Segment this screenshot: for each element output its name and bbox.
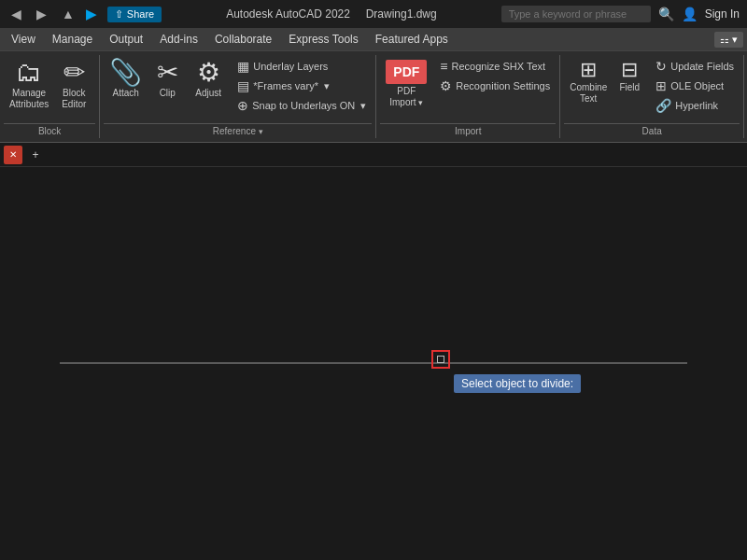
close-tab-button[interactable]: ✕ <box>4 146 22 164</box>
menu-collaborate[interactable]: Collaborate <box>207 30 279 49</box>
update-fields-icon: ↻ <box>655 59 667 74</box>
ribbon: View Manage Output Add-ins Collaborate E… <box>0 28 747 143</box>
ole-object-button[interactable]: ⊞ OLE Object <box>652 77 738 95</box>
frames-vary-button[interactable]: ▤ *Frames vary* ▾ <box>233 77 370 95</box>
underlay-layers-icon: ▦ <box>237 59 249 74</box>
app-title: Autodesk AutoCAD 2022 Drawing1.dwg <box>169 7 493 21</box>
adjust-button[interactable]: ⚙ Adjust <box>189 57 228 102</box>
canvas-area[interactable]: Select object to divide: <box>0 167 747 540</box>
share-icon: ⇧ <box>115 8 123 21</box>
ribbon-group-block: 🗂 ManageAttributes ✏ BlockEditor Block <box>0 55 100 138</box>
nav-up-btn[interactable]: ▲ <box>58 5 78 23</box>
divide-cursor-box <box>431 350 450 369</box>
frames-icon: ▤ <box>237 78 249 93</box>
manage-attributes-icon: 🗂 <box>16 60 42 86</box>
underlay-layers-button[interactable]: ▦ Underlay Layers <box>233 57 370 76</box>
recognition-settings-button[interactable]: ⚙ Recognition Settings <box>436 77 554 95</box>
search-icon[interactable]: 🔍 <box>658 7 674 21</box>
hyperlink-icon: 🔗 <box>655 98 671 113</box>
recognize-icon: ≡ <box>440 59 447 74</box>
reference-group-label: Reference ▾ <box>104 123 372 138</box>
attach-icon: 📎 <box>109 60 142 86</box>
block-editor-icon: ✏ <box>63 60 85 86</box>
snap-to-underlays-button[interactable]: ⊕ Snap to Underlays ON ▾ <box>233 96 370 115</box>
clip-button[interactable]: ✂ Clip <box>148 57 187 102</box>
construction-line <box>60 363 687 364</box>
ribbon-content: 🗂 ManageAttributes ✏ BlockEditor Block 📎… <box>0 50 747 142</box>
tooltip-box: Select object to divide: <box>454 374 581 393</box>
update-fields-button[interactable]: ↻ Update Fields <box>652 57 738 76</box>
pdf-import-button[interactable]: PDF PDFImport ▾ <box>382 57 430 111</box>
menu-addins[interactable]: Add-ins <box>152 30 205 49</box>
nav-back-btn[interactable]: ◀ <box>7 5 25 23</box>
snap-icon: ⊕ <box>237 98 248 113</box>
menu-manage[interactable]: Manage <box>45 30 100 49</box>
combine-text-button[interactable]: ⊞ CombineText <box>566 57 611 107</box>
ribbon-group-reference: 📎 Attach ✂ Clip ⚙ Adjust ▦ <box>100 55 376 138</box>
recognition-settings-icon: ⚙ <box>440 78 452 93</box>
cursor-indicator <box>431 350 450 369</box>
ribbon-group-import: PDF PDFImport ▾ ≡ Recognize SHX Text ⚙ R… <box>376 55 560 138</box>
account-icon[interactable]: 👤 <box>682 7 698 21</box>
field-icon: ⊟ <box>621 60 638 80</box>
import-group-label: Import <box>380 123 556 138</box>
menu-express-tools[interactable]: Express Tools <box>281 30 365 49</box>
app-logo: ▶ <box>86 7 96 21</box>
pdf-icon: PDF <box>386 60 427 84</box>
recognize-shx-button[interactable]: ≡ Recognize SHX Text <box>436 57 554 76</box>
search-input[interactable] <box>501 6 651 22</box>
menu-output[interactable]: Output <box>102 30 150 49</box>
combine-text-icon: ⊞ <box>580 60 597 80</box>
adjust-icon: ⚙ <box>197 60 220 86</box>
tab-toolbar: ✕ + <box>0 143 747 167</box>
clip-icon: ✂ <box>157 60 178 86</box>
cursor-inner-box <box>437 356 444 363</box>
sign-in-label[interactable]: Sign In <box>705 7 740 21</box>
block-editor-button[interactable]: ✏ BlockEditor <box>54 57 93 113</box>
ribbon-group-data: ⊞ CombineText ⊟ Field ↻ Update Fields ⊞ … <box>560 55 744 138</box>
add-tab-button[interactable]: + <box>26 146 45 164</box>
menu-featured-apps[interactable]: Featured Apps <box>368 30 456 49</box>
title-bar: ◀ ▶ ▲ ▶ ⇧ Share Autodesk AutoCAD 2022 Dr… <box>0 0 747 28</box>
hyperlink-button[interactable]: 🔗 Hyperlink <box>652 96 738 115</box>
workspace-selector[interactable]: ⚏ ▾ <box>714 32 743 48</box>
block-group-label: Block <box>4 123 95 138</box>
ole-icon: ⊞ <box>655 78 667 93</box>
menu-bar: View Manage Output Add-ins Collaborate E… <box>0 28 747 50</box>
menu-view[interactable]: View <box>4 30 43 49</box>
nav-forward-btn[interactable]: ▶ <box>33 5 50 23</box>
share-button[interactable]: ⇧ Share <box>107 7 162 22</box>
field-button[interactable]: ⊟ Field <box>613 57 646 96</box>
manage-attributes-button[interactable]: 🗂 ManageAttributes <box>6 57 52 113</box>
data-group-label: Data <box>564 123 740 138</box>
attach-button[interactable]: 📎 Attach <box>106 57 146 102</box>
